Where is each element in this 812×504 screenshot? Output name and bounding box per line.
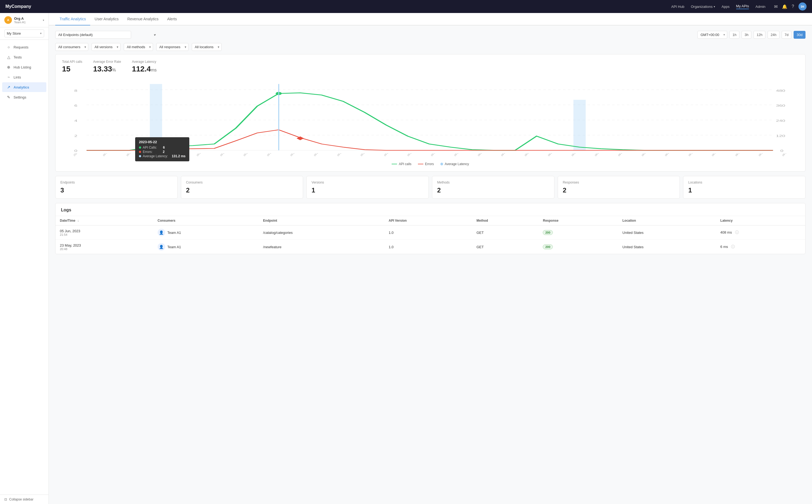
svg-text:2: 2 [74,135,77,138]
info-icon-1[interactable]: ⓘ [731,244,735,249]
org-chevron-icon: ▾ [43,19,44,22]
summary-card-endpoints[interactable]: Endpoints 3 [55,176,178,199]
chart-svg: 0 2 4 6 8 0 120 240 360 480 [62,78,799,153]
svg-text:6: 6 [74,104,77,107]
top-nav: MyCompany API Hub Organizations ▾ Apps M… [0,0,812,13]
hub-listing-icon: ⊕ [6,65,11,69]
organizations-chevron-icon: ▾ [714,5,715,8]
org-icon: A [4,16,12,24]
nav-icons: ✉ 🔔 ? IH [774,2,807,11]
org-name: Org A [14,17,26,21]
logs-table-header: Date/Time ↓ Consumers Endpoint API Versi… [56,216,805,225]
nav-apps[interactable]: Apps [722,5,730,9]
org-team: Team A1 [14,21,26,24]
col-header-datetime[interactable]: Date/Time ↓ [56,216,153,225]
legend-avg-latency: Average Latency [441,162,469,166]
nav-organizations[interactable]: Organizations ▾ [691,5,715,9]
consumers-value: 2 [186,186,298,194]
table-row[interactable]: 23 May, 2023 20:48 👤 Team A1 /newfeature [56,240,805,254]
timezone-select-wrap: GMT+00:00 [697,31,727,39]
status-badge-1: 200 [543,244,553,249]
sidebar-item-settings[interactable]: ✎ Settings [2,92,46,102]
responses-label: Responses [563,181,675,184]
stats-row: Total API calls 15 Average Error Rate 13… [62,60,799,73]
consumers-label: Consumers [186,181,298,184]
sidebar: A Org A Team A1 ▾ My Store ▾ ○ Requests … [0,13,49,504]
cell-datetime-1: 23 May, 2023 20:48 [56,240,153,254]
svg-rect-16 [573,100,586,150]
sidebar-item-lints[interactable]: ~ Lints [2,72,46,82]
collapse-sidebar-label: Collapse sidebar [9,498,33,501]
timezone-select[interactable]: GMT+00:00 [697,31,727,39]
consumer-avatar-0: 👤 [158,229,165,236]
table-row[interactable]: 05 Jun, 2023 21:54 👤 Team A1 /catalog/ca… [56,225,805,240]
svg-text:4: 4 [74,119,77,123]
filter-dropdowns-row: All consumers ▾ All versions ▾ All metho… [55,43,806,51]
time-btn-1h[interactable]: 1h [729,31,739,39]
col-header-api-version: API Version [384,216,472,225]
tab-user-analytics[interactable]: User Analytics [90,13,123,25]
total-api-calls-stat: Total API calls 15 [62,60,82,73]
message-icon[interactable]: ✉ [774,4,778,9]
methods-filter-select[interactable]: All methods [124,43,153,51]
total-api-calls-value: 15 [62,65,82,73]
locations-filter-select[interactable]: All locations [192,43,221,51]
versions-filter-select[interactable]: All versions [92,43,120,51]
org-selector[interactable]: A Org A Team A1 ▾ [0,13,48,27]
col-header-latency[interactable]: Latency [716,216,805,225]
svg-text:120: 120 [776,135,785,138]
svg-rect-15 [150,84,162,150]
store-selector[interactable]: My Store ▾ [0,27,48,40]
summary-card-methods[interactable]: Methods 2 [432,176,555,199]
time-btn-12h[interactable]: 12h [754,31,765,39]
sidebar-item-tests[interactable]: △ Tests [2,52,46,62]
nav-my-apis[interactable]: My APIs [736,4,749,9]
sidebar-item-requests[interactable]: ○ Requests [2,42,46,52]
endpoint-filter-select[interactable]: All Endpoints (default) [55,31,131,39]
endpoint-dropdown-icon: ▾ [154,33,155,37]
time-btn-24h[interactable]: 24h [768,31,780,39]
app-layout: A Org A Team A1 ▾ My Store ▾ ○ Requests … [0,13,812,504]
summary-card-responses[interactable]: Responses 2 [558,176,680,199]
cell-api-version-0: 1.0 [384,225,472,240]
summary-card-locations[interactable]: Locations 1 [683,176,806,199]
responses-value: 2 [563,186,675,194]
time-btn-3h[interactable]: 3h [742,31,751,39]
svg-text:480: 480 [776,89,785,93]
avg-error-rate-label: Average Error Rate [93,60,121,64]
bell-icon[interactable]: 🔔 [782,4,787,9]
summary-card-versions[interactable]: Versions 1 [306,176,429,199]
sidebar-item-hub-listing[interactable]: ⊕ Hub Listing [2,62,46,72]
col-header-location[interactable]: Location [618,216,716,225]
nav-admin[interactable]: Admin [755,5,765,9]
tab-traffic-analytics[interactable]: Traffic Analytics [55,13,90,25]
time-btn-7d[interactable]: 7d [782,31,791,39]
cell-method-1: GET [472,240,539,254]
nav-api-hub[interactable]: API Hub [671,5,684,9]
tab-revenue-analytics[interactable]: Revenue Analytics [123,13,163,25]
svg-text:0: 0 [780,149,783,152]
endpoints-label: Endpoints [60,181,172,184]
col-header-response[interactable]: Response [539,216,618,225]
analytics-icon: ↗ [6,85,11,89]
main-content: Traffic Analytics User Analytics Revenue… [49,13,812,504]
legend-errors-line [418,164,423,164]
info-icon-0[interactable]: ⓘ [735,230,739,234]
user-avatar[interactable]: IH [798,2,807,11]
cell-method-0: GET [472,225,539,240]
col-header-method[interactable]: Method [472,216,539,225]
help-icon[interactable]: ? [792,4,794,9]
collapse-sidebar-button[interactable]: ⊡ Collapse sidebar [0,495,48,504]
responses-filter-select[interactable]: All responses [156,43,188,51]
legend-api-calls: API calls [391,162,412,166]
consumers-filter-select[interactable]: All consumers [55,43,88,51]
top-filter-row: All Endpoints (default) ▾ GMT+00:00 1h 3… [55,31,806,39]
endpoint-filter-wrap: All Endpoints (default) ▾ [55,31,158,39]
col-header-endpoint[interactable]: Endpoint [259,216,384,225]
time-btn-30d[interactable]: 30d [794,31,806,39]
tab-alerts[interactable]: Alerts [163,13,181,25]
datetime-sort-icon: ↓ [77,219,79,222]
locations-value: 1 [688,186,800,194]
summary-card-consumers[interactable]: Consumers 2 [181,176,303,199]
sidebar-item-analytics[interactable]: ↗ Analytics [2,82,46,92]
